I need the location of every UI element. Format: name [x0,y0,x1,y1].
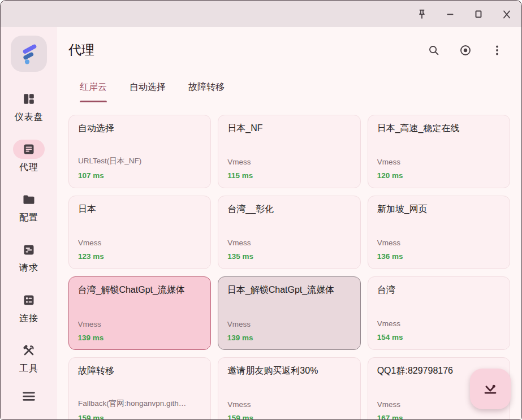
hamburger-icon [20,388,37,405]
proxy-name: 日本_解锁ChatGpt_流媒体 [227,284,351,296]
proxy-latency[interactable]: 159 ms [78,414,201,420]
proxy-type: Vmess [227,158,351,166]
sidebar-item-label: 仪表盘 [15,111,44,123]
search-button[interactable] [426,43,441,58]
proxy-name: 日本 [78,203,201,215]
connections-icon [22,293,36,307]
proxy-name: 自动选择 [78,123,201,135]
close-button[interactable] [499,7,514,21]
proxy-card[interactable]: 日本_高速_稳定在线 Vmess 120 ms [368,115,510,188]
proxy-type: Vmess [377,158,501,166]
proxy-card[interactable]: 自动选择 URLTest(日本_NF) 107 ms [68,115,211,188]
proxy-card[interactable]: 故障转移 Fallback(官网:honganvpn.gith… 159 ms [68,357,211,420]
sidebar-item-pill [13,89,45,109]
more-vert-icon [490,44,504,57]
proxy-type: Fallback(官网:honganvpn.gith… [78,399,201,409]
app-body: 仪表盘 代理 配置 [1,27,521,419]
proxy-latency[interactable]: 136 ms [377,252,501,261]
proxy-card[interactable]: 台湾__彰化 Vmess 135 ms [218,196,360,269]
proxy-latency[interactable]: 120 ms [377,171,501,180]
more-button[interactable] [490,43,504,58]
latency-test-fab[interactable] [470,369,511,409]
sidebar-item[interactable]: 请求 [13,240,45,274]
sidebar-item[interactable]: 代理 [13,140,45,174]
locate-selected-button[interactable] [458,43,473,58]
sidebar-nav: 仪表盘 代理 配置 [13,89,45,375]
titlebar [1,1,521,27]
proxy-type: Vmess [377,239,501,247]
proxy-card[interactable]: 日本_NF Vmess 115 ms [218,115,360,188]
proxy-card[interactable]: 邀请朋友购买返利30% Vmess 159 ms [218,357,360,420]
proxy-type: Vmess [377,319,501,328]
ping-test-icon [482,380,499,397]
proxy-grid: 自动选择 URLTest(日本_NF) 107 ms 日本_NF Vmess 1… [68,115,510,420]
proxy-name: 台湾 [377,284,501,296]
proxy-latency[interactable]: 115 ms [227,171,351,180]
pin-icon [415,7,429,21]
main-content: 代理 红岸云 自动选择 故障转移 [57,27,521,419]
proxy-card[interactable]: 台湾 Vmess 154 ms [368,276,510,350]
proxy-type: Vmess [78,320,202,328]
circle-dot-icon [459,44,472,57]
proxy-latency[interactable]: 135 ms [227,252,351,261]
minimize-button[interactable] [443,7,458,21]
sidebar-item-pill [13,291,45,310]
proxy-name: 台湾__彰化 [227,203,351,215]
proxy-group-tab[interactable]: 红岸云 [80,81,107,102]
sidebar-item[interactable]: 配置 [13,190,45,224]
sidebar-item-pill [13,341,45,360]
proxy-type: Vmess [227,400,351,409]
proxy-card[interactable]: 台湾_解锁ChatGpt_流媒体 Vmess 139 ms [68,276,211,350]
proxy-name: 日本_高速_稳定在线 [377,123,501,135]
proxy-latency[interactable]: 167 ms [377,414,501,420]
proxy-card[interactable]: 新加坡_网页 Vmess 136 ms [368,196,510,269]
sidebar-item-label: 配置 [19,212,38,224]
menu-button[interactable] [18,386,40,407]
proxy-card[interactable]: 日本_解锁ChatGpt_流媒体 Vmess 139 ms [218,276,360,350]
close-icon [500,7,514,21]
proxy-name: 日本_NF [227,123,351,135]
sidebar-item-label: 代理 [19,162,38,174]
proxy-latency[interactable]: 107 ms [78,171,201,180]
search-icon [427,44,441,57]
sidebar-item[interactable]: 工具 [13,341,45,375]
proxy-name: 新加坡_网页 [377,203,501,215]
proxy-icon [22,142,36,156]
proxy-name: 邀请朋友购买返利30% [227,365,351,377]
proxy-type: Vmess [227,320,351,328]
proxy-name: 故障转移 [78,365,201,377]
proxy-name: 台湾_解锁ChatGpt_流媒体 [78,284,202,296]
page-header: 代理 [57,27,521,59]
proxy-type: Vmess [227,239,351,247]
requests-icon [22,243,36,257]
sidebar-item-label: 请求 [19,262,38,274]
titlebar-buttons [415,7,514,21]
proxy-latency[interactable]: 159 ms [227,414,351,420]
proxy-latency[interactable]: 123 ms [78,252,201,261]
pin-button[interactable] [415,7,429,21]
header-actions [426,43,504,58]
maximize-icon [472,7,485,21]
sidebar-item-pill [13,190,45,209]
app-logo [11,36,47,72]
proxy-type: Vmess [78,239,201,247]
sidebar-item[interactable]: 仪表盘 [13,89,45,123]
page-title: 代理 [68,41,94,59]
proxy-type: URLTest(日本_NF) [78,156,201,166]
proxy-latency[interactable]: 139 ms [78,334,202,342]
flclash-logo [15,40,42,67]
tools-icon [22,344,36,357]
config-icon [22,193,36,206]
proxy-latency[interactable]: 154 ms [377,333,501,341]
proxy-group-tab[interactable]: 自动选择 [130,81,166,102]
sidebar-item[interactable]: 连接 [13,291,45,324]
proxy-group-tab[interactable]: 故障转移 [188,81,225,102]
proxy-latency[interactable]: 139 ms [227,334,351,342]
sidebar-item-label: 工具 [19,363,38,375]
sidebar: 仪表盘 代理 配置 [1,27,57,419]
sidebar-item-label: 连接 [19,313,38,324]
maximize-button[interactable] [471,7,486,21]
proxy-card[interactable]: 日本 Vmess 123 ms [68,196,211,269]
minimize-icon [443,7,457,21]
app-window: 仪表盘 代理 配置 [0,0,522,420]
